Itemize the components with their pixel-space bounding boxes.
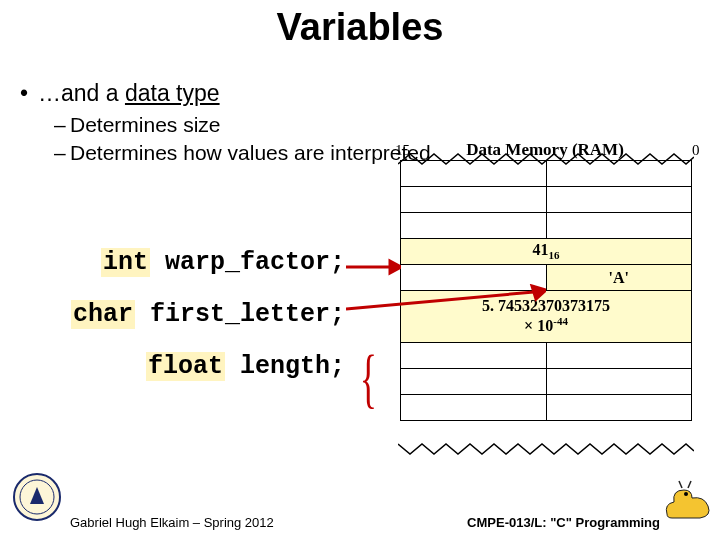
sub-text: Determines how values are interpreted bbox=[70, 141, 431, 164]
slide-title: Variables bbox=[0, 0, 720, 49]
banana-slug-icon bbox=[662, 476, 714, 522]
code-rest: length; bbox=[225, 352, 345, 381]
svg-line-7 bbox=[679, 481, 682, 488]
svg-point-6 bbox=[684, 492, 688, 496]
svg-line-8 bbox=[688, 481, 691, 488]
int-value: 4116 bbox=[401, 241, 691, 261]
char-value: 'A' bbox=[547, 269, 692, 287]
sub-text: Determines size bbox=[70, 113, 221, 136]
code-rest: warp_factor; bbox=[150, 248, 345, 277]
svg-marker-1 bbox=[390, 261, 401, 273]
code-char: char first_letter; bbox=[8, 300, 345, 329]
bullet-text-prefix: …and a bbox=[38, 80, 125, 106]
zigzag-bottom-icon bbox=[398, 442, 694, 456]
bullet-text-underlined: data type bbox=[125, 80, 220, 106]
footer-author: Gabriel Hugh Elkaim – Spring 2012 bbox=[70, 515, 274, 530]
svg-line-2 bbox=[346, 292, 534, 309]
keyword: int bbox=[101, 248, 150, 277]
code-rest: first_letter; bbox=[135, 300, 345, 329]
arrow-char-icon bbox=[346, 284, 546, 314]
bullet-level1: •…and a data type bbox=[20, 80, 700, 107]
brace-icon: { bbox=[360, 341, 377, 417]
svg-marker-3 bbox=[532, 286, 546, 299]
university-seal-icon bbox=[12, 472, 62, 522]
keyword: char bbox=[71, 300, 135, 329]
footer-course: CMPE-013/L: "C" Programming bbox=[467, 515, 660, 530]
code-int: int warp_factor; bbox=[30, 248, 345, 277]
code-float: float length; bbox=[70, 352, 345, 381]
keyword: float bbox=[146, 352, 225, 381]
bullet-level2: –Determines size bbox=[54, 111, 700, 139]
arrow-int-icon bbox=[346, 258, 401, 276]
